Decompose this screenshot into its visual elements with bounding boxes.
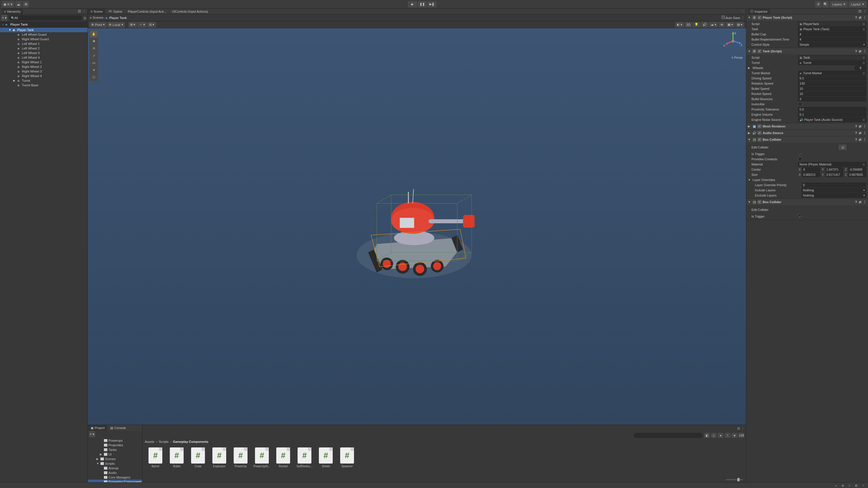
crumb[interactable]: Assets [145, 440, 154, 444]
layer-dropdown[interactable]: Nothing [802, 188, 866, 193]
project-folder[interactable]: Arenas [88, 466, 142, 470]
help-icon[interactable]: ? [855, 138, 857, 141]
tab-project[interactable]: ▣ Project [88, 425, 107, 431]
hierarchy-item[interactable]: ◈Right Wheel 1 [0, 60, 88, 64]
grid-snap-dropdown[interactable]: ⊞ ▾ [128, 22, 137, 28]
number-field[interactable]: 0.1 [798, 112, 866, 117]
component-enabled-checkbox[interactable] [758, 125, 761, 128]
asset-item[interactable]: #Shield [319, 448, 333, 468]
layers-dropdown[interactable]: Layers ▾ [830, 1, 847, 7]
menu-icon[interactable]: ⋮ [863, 50, 866, 53]
search-by-type-icon[interactable]: ◧ [704, 433, 710, 438]
menu-icon[interactable]: ⋮ [863, 200, 866, 204]
rect-tool[interactable]: ▭ [90, 59, 98, 66]
component-enabled-checkbox[interactable] [758, 50, 761, 53]
preset-icon[interactable]: ⇄ [859, 16, 861, 20]
tab-game[interactable]: 🎮 Game [105, 9, 125, 14]
rotate-tool[interactable]: ⟳ [90, 45, 98, 52]
foldout-icon[interactable]: ▼ [748, 138, 751, 141]
cloud-icon[interactable]: ☁ [15, 1, 22, 7]
step-button[interactable]: ▶❚ [427, 1, 437, 7]
fx-dropdown[interactable]: ☁ ▾ [709, 22, 718, 28]
asset-item[interactable]: #PowerUpDi... [255, 448, 269, 468]
local-dropdown[interactable]: ⊗ Local ▾ [107, 22, 125, 28]
hidden-icon[interactable]: ⦸18 [739, 433, 744, 438]
asset-item[interactable]: #PowerUp [234, 448, 248, 468]
scenes-crumb[interactable]: ◈ Scenes [90, 16, 103, 20]
settings-icon[interactable]: ⚙ [23, 1, 29, 7]
panel-menu-icon[interactable]: ⋮ [741, 427, 744, 430]
menu-icon[interactable]: ⋮ [863, 131, 866, 135]
lock-icon[interactable]: ⚀ [737, 427, 740, 430]
component-enabled-checkbox[interactable] [758, 200, 761, 204]
hidden-toggle[interactable]: 👁 [719, 22, 725, 28]
orientation-gizmo[interactable]: y z x [723, 31, 743, 51]
hierarchy-item[interactable]: ◈Right Wheel 3 [0, 69, 88, 74]
number-field[interactable]: 10 [798, 92, 866, 96]
foldout-icon[interactable]: ▼ [748, 16, 751, 19]
checkbox[interactable] [798, 215, 802, 218]
sync-icon[interactable]: ✓ [861, 483, 866, 488]
component-enabled-checkbox[interactable] [758, 16, 761, 19]
save-icon[interactable]: ! [725, 433, 731, 438]
tab-console[interactable]: ▤ Console [107, 425, 129, 431]
number-field[interactable]: 4 [798, 37, 866, 42]
asset-item[interactable]: #Bullet [169, 448, 184, 468]
project-folder[interactable]: ▼Scripts [88, 461, 142, 466]
number-field[interactable]: 4 [798, 32, 866, 37]
lock-icon[interactable]: ⚀ [859, 9, 861, 13]
project-folder[interactable]: ▶Scenes [88, 457, 142, 461]
project-folder[interactable]: ▶UI [88, 452, 142, 457]
asset-item[interactable]: #Explosion [212, 448, 226, 468]
help-icon[interactable]: ? [855, 125, 857, 128]
layout-dropdown[interactable]: Layout ▾ [849, 1, 866, 7]
preset-icon[interactable]: ⇄ [859, 125, 861, 128]
scene-viewport[interactable]: ✋ ✥ ⟳ ⤢ ▭ ✦ ⬡ y z x ≡ Persp [88, 28, 746, 425]
object-field[interactable]: 🔊Player Tank (Audio Source)⊙ [798, 118, 866, 122]
view-tool[interactable]: ✋ [90, 31, 98, 37]
checkbox[interactable] [798, 102, 802, 106]
asset-item[interactable]: #Crate [191, 448, 205, 468]
pause-button[interactable]: ❚❚ [417, 1, 427, 7]
z-field[interactable]: -0.294309 [848, 167, 866, 172]
hierarchy-item[interactable]: ◈Left Wheel 2 [0, 46, 88, 51]
undo-history-icon[interactable]: ↺ [815, 1, 822, 7]
number-field[interactable]: 10 [798, 86, 866, 91]
inspector-tab[interactable]: ⓘ Inspector [748, 9, 770, 14]
help-icon[interactable]: ? [855, 50, 857, 53]
project-folder[interactable]: Powerups [88, 438, 142, 443]
component-enabled-checkbox[interactable] [758, 131, 761, 135]
search-options-icon[interactable]: ◎ [84, 16, 86, 20]
progress-icon[interactable]: ◐ [854, 483, 859, 488]
project-folder[interactable]: Tanks [88, 448, 142, 452]
account-dropdown[interactable]: ◉ K ▾ [2, 1, 14, 7]
project-create-dropdown[interactable]: + ▾ [89, 431, 95, 437]
checkbox[interactable] [798, 152, 802, 156]
pivot-dropdown[interactable]: ⊕ Pivot ▾ [90, 22, 106, 28]
number-field[interactable]: 3 [798, 97, 866, 101]
favorite-icon[interactable]: ★ [732, 433, 737, 438]
foldout-icon[interactable]: ▶ [748, 131, 751, 134]
move-tool[interactable]: ✥ [90, 38, 98, 44]
gizmos-dropdown[interactable]: ▤ ▾ [735, 22, 744, 28]
tab-scene[interactable]: # Scene [88, 9, 105, 14]
menu-icon[interactable]: ⋮ [863, 125, 866, 128]
asset-item[interactable]: #Barrel [148, 448, 163, 468]
scale-tool[interactable]: ⤢ [90, 52, 98, 59]
lock-icon[interactable]: ⚀ [78, 9, 81, 13]
snap-settings-dropdown[interactable]: ⊟ ▾ [147, 22, 156, 28]
crumb[interactable]: Scripts [159, 440, 169, 444]
array-size[interactable]: 8 [855, 66, 866, 70]
hierarchy-item[interactable]: ◈Left Wheel Guard [0, 32, 88, 37]
project-folder[interactable]: Audio [88, 470, 142, 475]
hierarchy-item[interactable]: ▶◈Turret [0, 78, 88, 83]
enum-dropdown[interactable]: Simple [798, 42, 866, 47]
global-search-icon[interactable]: 🔍 [823, 1, 829, 7]
x-field[interactable]: 0 [802, 167, 820, 172]
y-field[interactable]: 1.047371 [826, 167, 843, 172]
script-field[interactable]: ▣Tank⊙ [798, 55, 866, 60]
transform-tool[interactable]: ✦ [90, 66, 98, 73]
camera-dropdown[interactable]: ▦ ▾ [726, 22, 735, 28]
number-field[interactable]: 130 [798, 81, 866, 86]
help-icon[interactable]: ? [855, 200, 857, 204]
